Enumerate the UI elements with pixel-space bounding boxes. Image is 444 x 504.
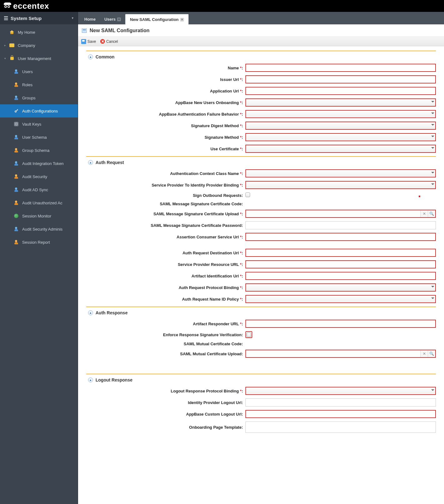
sidebar-title: System Setup <box>11 16 42 21</box>
tab-label: New SAML Configuration <box>130 17 179 22</box>
save-icon <box>81 39 86 44</box>
label-sigmethod: Signature Method <box>205 135 239 140</box>
sidebar-item-session-monitor[interactable]: Session Monitor <box>0 209 78 222</box>
artifact-id-url-input[interactable] <box>245 272 436 280</box>
sp-resource-url-input[interactable] <box>245 260 436 268</box>
sidebar-item-audit-ad-sync[interactable]: Audit AD Sync <box>0 183 78 196</box>
label-nameidp: Auth Request Name ID Policy <box>182 297 239 302</box>
mutual-cert-upload-input[interactable] <box>246 350 420 357</box>
key-icon <box>13 108 19 114</box>
sidebar-item-vault-keys[interactable]: Vault Keys <box>0 117 78 131</box>
sidebar-label: Session Report <box>22 240 50 245</box>
section-head-logout: ▲ Logout Response <box>88 377 436 382</box>
home-icon <box>10 30 14 34</box>
sidebar-item-session-report[interactable]: Session Report <box>0 236 78 249</box>
enforce-verification-checkbox[interactable] <box>247 332 251 337</box>
sidebar-label: Audit AD Sync <box>22 187 48 192</box>
tab-users[interactable]: Users✕ <box>100 14 125 24</box>
sig-cert-password-input[interactable] <box>245 221 436 229</box>
custom-logout-url-input[interactable] <box>245 410 436 418</box>
protocol-binding-select[interactable] <box>245 283 436 292</box>
digest-method-select[interactable] <box>245 122 436 130</box>
label-spresurl: Service Provider Resource URL <box>178 262 239 267</box>
sidebar-item-auth-configurations[interactable]: Auth Configurations <box>0 104 78 117</box>
label-signout: Sign Outbound Requests: <box>86 193 245 198</box>
sidebar-item-group-schema[interactable]: Group Schema <box>0 144 78 157</box>
sidebar-item-user-management[interactable]: ▾ User Management <box>0 52 78 65</box>
sidebar-header[interactable]: ☰ System Setup ▼ <box>0 12 78 24</box>
use-certificate-select[interactable] <box>245 145 436 153</box>
sig-cert-upload-input[interactable] <box>246 210 420 217</box>
logout-protocol-select[interactable] <box>245 387 436 395</box>
onboarding-select[interactable] <box>245 98 436 107</box>
collapse-icon[interactable]: ▲ <box>88 160 93 165</box>
signature-method-select[interactable] <box>245 133 436 141</box>
onboarding-template-input[interactable] <box>245 422 436 433</box>
label-onboardtpl: Onboarding Page Template: <box>86 425 245 430</box>
sp-idp-binding-select[interactable] <box>245 181 436 189</box>
save-button[interactable]: Save <box>80 38 97 45</box>
top-bar: eccentex <box>0 0 444 12</box>
sidebar-label: Vault Keys <box>22 122 41 127</box>
label-customlogout: AppBase Custom Logout Url: <box>86 412 245 417</box>
tab-new-saml[interactable]: New SAML Configuration✕ <box>125 14 189 25</box>
vault-icon <box>14 122 18 126</box>
sidebar-label: Users <box>22 69 33 74</box>
collapse-icon[interactable]: ▲ <box>88 377 93 382</box>
artifact-responder-url-input[interactable] <box>245 320 436 328</box>
sidebar-label: Group Schema <box>22 148 49 153</box>
browse-icon[interactable]: 🔍 <box>428 350 435 357</box>
section-divider <box>86 307 436 307</box>
sidebar-item-audit-unauthorized[interactable]: Audit Unauthorized Ac <box>0 196 78 209</box>
sidebar: ☰ System Setup ▼ My Home ▸ Company ▾ Use… <box>0 12 78 504</box>
close-icon[interactable]: ✕ <box>180 18 184 22</box>
user-icon <box>14 96 18 100</box>
sidebar-item-roles[interactable]: Roles <box>0 78 78 91</box>
clear-icon[interactable]: ✕ <box>420 350 428 357</box>
toolbar: Save Cancel <box>78 37 444 46</box>
idp-logout-url-input[interactable] <box>245 398 436 407</box>
main-content: Home Users✕ New SAML Configuration✕ New … <box>78 12 444 504</box>
sidebar-item-audit-integration-token[interactable]: Audit Integration Token <box>0 157 78 170</box>
sidebar-item-user-schema[interactable]: User Schema <box>0 131 78 144</box>
sidebar-item-audit-sec-admin[interactable]: Audit Security Adminis <box>0 222 78 236</box>
collapse-icon[interactable]: ▾ <box>4 57 7 60</box>
sidebar-label: Roles <box>22 82 32 87</box>
clear-icon[interactable]: ✕ <box>420 210 428 217</box>
caret-down-icon[interactable]: ▼ <box>71 17 74 20</box>
browse-icon[interactable]: 🔍 <box>428 210 435 217</box>
name-input[interactable] <box>245 64 436 72</box>
context-class-select[interactable] <box>245 169 436 177</box>
application-url-input[interactable] <box>245 87 436 95</box>
destination-url-input[interactable] <box>245 249 436 257</box>
section-title: Auth Request <box>96 160 124 165</box>
section-divider <box>86 51 436 51</box>
tab-label: Home <box>84 17 96 22</box>
button-label: Save <box>87 39 96 44</box>
tab-home[interactable]: Home <box>80 14 100 24</box>
acs-url-input[interactable] <box>245 233 436 241</box>
issuer-url-input[interactable] <box>245 75 436 83</box>
label-sigcertcode: SAML Message Signature Certificate Code: <box>86 202 245 206</box>
sign-outbound-checkbox[interactable] <box>245 192 250 197</box>
sidebar-label: Groups <box>22 96 36 100</box>
collapse-icon[interactable]: ▲ <box>88 54 93 59</box>
sidebar-label: Audit Security <box>22 174 47 179</box>
brand-logo: eccentex <box>3 1 49 11</box>
label-sigcertpwd: SAML Message Signature Certificate Passw… <box>86 223 245 228</box>
expand-icon[interactable]: ▸ <box>4 44 7 47</box>
name-id-policy-select[interactable] <box>245 295 436 303</box>
collapse-icon[interactable]: ▲ <box>88 310 93 315</box>
label-sigcertup: SAML Message Signature Certificate Uploa… <box>153 212 239 216</box>
cancel-button[interactable]: Cancel <box>99 38 119 44</box>
sidebar-item-audit-security[interactable]: Audit Security <box>0 170 78 183</box>
sidebar-item-users[interactable]: Users <box>0 65 78 78</box>
auth-failure-select[interactable] <box>245 110 436 118</box>
sidebar-item-groups[interactable]: Groups <box>0 91 78 104</box>
user-icon <box>14 135 18 139</box>
hamburger-icon[interactable]: ☰ <box>4 15 8 21</box>
label-authfail: AppBase Authentication Failure Behavior <box>159 112 239 117</box>
close-icon[interactable]: ✕ <box>117 17 121 21</box>
sidebar-item-company[interactable]: ▸ Company <box>0 39 78 52</box>
sidebar-item-my-home[interactable]: My Home <box>0 26 78 39</box>
